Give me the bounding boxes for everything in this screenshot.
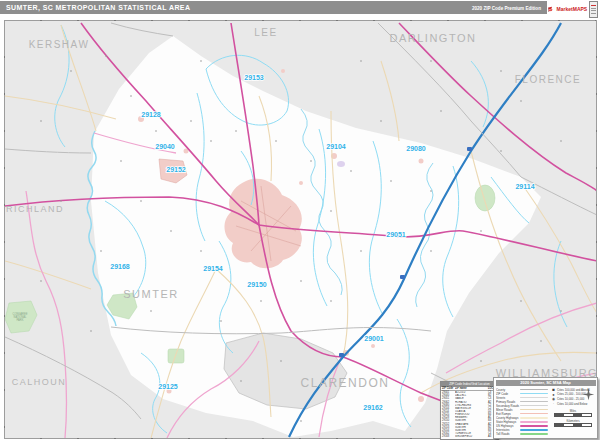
legend-road-line-sample bbox=[520, 421, 548, 423]
svg-text:N: N bbox=[587, 388, 589, 392]
town-area bbox=[371, 344, 375, 348]
zip-label-29152: 29152 bbox=[166, 166, 186, 173]
zip-label-29128: 29128 bbox=[141, 111, 161, 118]
county-label-florence: FLORENCE bbox=[515, 74, 581, 85]
legend-road-label: Toll Roads bbox=[496, 432, 520, 436]
county-label-clarendon: CLARENDON bbox=[301, 376, 390, 390]
legend-road-line-sample bbox=[520, 409, 548, 410]
zip-index-cell: ZIP Code bbox=[442, 387, 455, 390]
legend-road-list: CountyZIP CodeStreetsPrimary RoadsSecond… bbox=[496, 388, 548, 437]
zip-label-29125: 29125 bbox=[158, 383, 178, 390]
legend-road-item: Toll Roads bbox=[496, 432, 548, 436]
zip-index-row: 29168WEDGEFIELDA3 bbox=[441, 435, 498, 438]
legend-box: 2020 Sumter, SC MSA Map CountyZIP CodeSt… bbox=[493, 377, 598, 439]
legend-road-line-sample bbox=[520, 389, 548, 390]
woods-bay-park-area bbox=[475, 185, 495, 211]
county-label-calhoun: CALHOUN bbox=[12, 377, 67, 387]
legend-road-line-sample bbox=[520, 425, 548, 427]
map-page: SUMTER, SC METROPOLITAN STATISTICAL AREA… bbox=[0, 0, 600, 440]
zip-label-29001: 29001 bbox=[364, 335, 384, 342]
town-area bbox=[419, 159, 424, 164]
small-park-area bbox=[168, 349, 184, 363]
header-bar: SUMTER, SC METROPOLITAN STATISTICAL AREA… bbox=[0, 1, 547, 14]
legend-city-label: Cities 10,000 - 25,000 bbox=[557, 397, 584, 401]
legend-city-item: ·Cities 10,000 and Below bbox=[551, 401, 595, 406]
zip-index-cell: 29168 bbox=[442, 435, 455, 438]
zip-label-29154: 29154 bbox=[203, 265, 223, 272]
legend-title: 2020 Sumter, SC MSA Map bbox=[496, 380, 596, 387]
town-area bbox=[418, 396, 424, 402]
publisher-logo: MarketMAPS bbox=[548, 1, 598, 18]
county-label-lee: LEE bbox=[254, 27, 277, 38]
map-canvas: KERSHAWLEEDARLINGTONFLORENCERICHLANDSUMT… bbox=[5, 21, 596, 438]
legend-city-list: ■Cities 100,000 and Above●Cities 25,000 … bbox=[548, 388, 595, 437]
logo-flag-icon bbox=[548, 3, 555, 16]
logo-brand-text: MarketMAPS bbox=[557, 7, 588, 12]
logo-address-block bbox=[589, 1, 598, 18]
zip-label-29104: 29104 bbox=[326, 143, 346, 150]
scale-bar-km bbox=[554, 423, 592, 427]
zip-label-29162: 29162 bbox=[363, 404, 383, 411]
map-title: SUMTER, SC METROPOLITAN STATISTICAL AREA bbox=[6, 4, 190, 11]
zip-label-29040: 29040 bbox=[155, 143, 175, 150]
zip-label-29080: 29080 bbox=[406, 145, 426, 152]
park-label-line: PARK bbox=[17, 318, 24, 322]
legend-road-line-sample bbox=[520, 397, 548, 398]
legend-city-label: Cities 10,000 and Below bbox=[557, 402, 587, 406]
zip-index-cell: WEDGEFIELD bbox=[455, 435, 488, 438]
legend-road-line-sample bbox=[520, 417, 548, 419]
mayesville-area bbox=[337, 161, 345, 167]
legend-road-line-sample bbox=[520, 413, 548, 414]
county-label-richland: RICHLAND bbox=[6, 204, 64, 214]
legend-road-line-sample bbox=[520, 405, 548, 406]
zip-label-29150: 29150 bbox=[247, 281, 267, 288]
legend-road-line-sample bbox=[520, 429, 548, 431]
zip-label-29051: 29051 bbox=[386, 231, 406, 238]
town-area bbox=[281, 69, 285, 73]
zip-label-29168: 29168 bbox=[110, 263, 130, 270]
legend-road-line-sample bbox=[520, 393, 548, 395]
city-size-symbol: ◉ bbox=[551, 397, 556, 401]
zip-index-cell: ZIP Name bbox=[455, 387, 488, 390]
city-size-symbol: · bbox=[551, 402, 556, 406]
town-area bbox=[299, 181, 303, 185]
zip-index-table: ZIP Code Index/Grid Location ZIP CodeZIP… bbox=[440, 381, 499, 440]
scale-bar-miles bbox=[554, 413, 592, 417]
county-label-sumter: SUMTER bbox=[123, 288, 178, 300]
county-label-darlington: DARLINGTON bbox=[390, 32, 477, 44]
zip-label-29114: 29114 bbox=[515, 183, 534, 190]
scale-bars: Miles Kilometers bbox=[551, 409, 595, 427]
edition-label: 2020 ZIP Code Premium Edition bbox=[472, 6, 541, 11]
county-label-kershaw: KERSHAW bbox=[29, 39, 90, 50]
legend-road-line-sample bbox=[520, 401, 548, 402]
legend-road-line-sample bbox=[520, 433, 548, 435]
compass-rose-icon: N bbox=[582, 388, 595, 401]
zip-label-29153: 29153 bbox=[244, 74, 264, 81]
